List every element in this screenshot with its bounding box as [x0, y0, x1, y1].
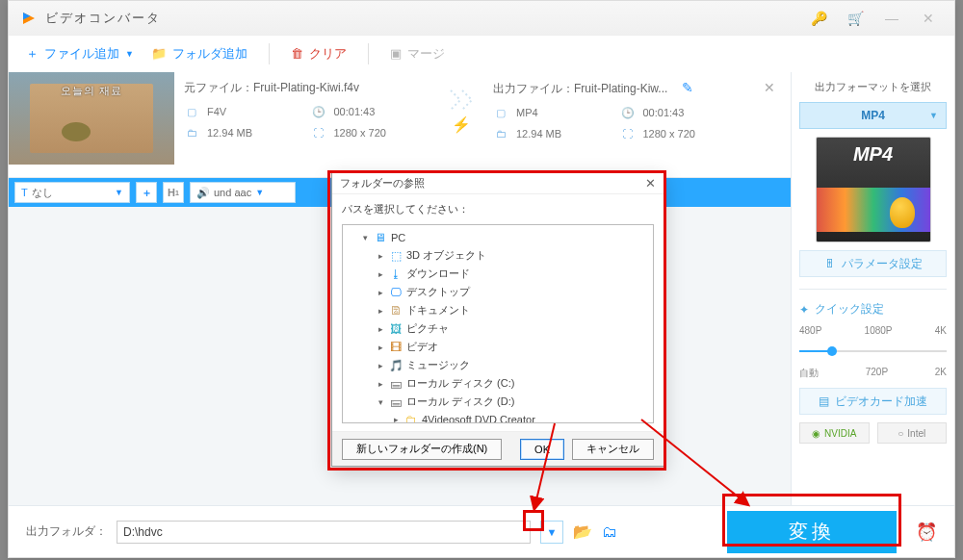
clear-button[interactable]: 🗑 クリア [291, 45, 347, 63]
titlebar: ビデオコンバータ 🔑 🛒 — ✕ [9, 1, 954, 36]
footer: 出力フォルダ： ▼ 📂 🗂 変換 ⏰ [9, 505, 954, 557]
remove-item-button[interactable]: ✕ [764, 80, 775, 95]
caret-down-icon: ▼ [929, 111, 938, 120]
sidebar-title: 出力フォーマットを選択 [799, 80, 947, 94]
app-window: ビデオコンバータ 🔑 🛒 — ✕ ＋ ファイル追加 ▼ 📁 フォルダ追加 🗑 ク… [8, 0, 955, 558]
folder-browse-dialog: フォルダーの参照 ✕ パスを選択してください： ▾🖥PC ▸⬚3D オブジェクト… [331, 172, 664, 467]
merge-icon: ▣ [390, 46, 402, 61]
minimize-button[interactable]: — [877, 7, 906, 30]
gear-icon: ✦ [799, 303, 809, 317]
resolution-slider[interactable] [799, 344, 947, 359]
source-size: 12.94 MB [207, 127, 303, 139]
caret-down-icon: ▼ [125, 49, 134, 59]
output-size: 12.94 MB [516, 128, 612, 140]
audio-icon: 🔊 [196, 187, 210, 199]
size-icon: 🗀 [184, 125, 199, 140]
divider [368, 43, 369, 64]
output-format-value: MP4 [861, 109, 885, 122]
source-file-label: 元ファイル：Fruit-Plating-Kiwi.f4v [184, 80, 429, 96]
trash-icon: 🗑 [291, 46, 303, 61]
add-file-button[interactable]: ＋ ファイル追加 ▼ [26, 45, 134, 63]
output-folder-label: 出力フォルダ： [26, 523, 107, 540]
gpu-intel: ○ Intel [877, 422, 948, 444]
sliders-icon: 🎚 [824, 257, 836, 270]
plus-icon: ＋ [26, 45, 39, 63]
caret-down-icon: ▼ [115, 188, 123, 197]
output-resolution: 1280 x 720 [643, 128, 740, 140]
audio-track-select[interactable]: 🔊 und aac ▼ [190, 182, 296, 203]
new-folder-button[interactable]: 新しいフォルダーの作成(N) [342, 439, 502, 460]
open-in-explorer-button[interactable]: 🗂 [602, 523, 617, 541]
source-format: F4V [207, 106, 303, 117]
output-format: MP4 [516, 107, 612, 118]
tree-item-disk-c[interactable]: ▸🖴ローカル ディスク (C:) [376, 374, 651, 393]
conversion-arrow: ⚡ [449, 80, 474, 141]
tree-item-subfolder[interactable]: ▸🗀4Videosoft DVD Creator [391, 411, 651, 423]
folder-icon: 📁 [151, 46, 167, 61]
close-button[interactable]: ✕ [914, 7, 943, 30]
source-resolution: 1280 x 720 [334, 127, 430, 139]
output-file-label: 出力ファイル：Fruit-Plating-Kiw... ✎ [493, 80, 739, 97]
tree-item-pictures[interactable]: ▸🖼ピクチャ [376, 319, 651, 338]
folder-tree[interactable]: ▾🖥PC ▸⬚3D オブジェクト ▸⭳ダウンロード ▸🖵デスクトップ ▸🖺ドキュ… [342, 224, 654, 423]
tree-item-desktop[interactable]: ▸🖵デスクトップ [376, 283, 651, 301]
merge-label: マージ [407, 45, 445, 63]
cancel-button[interactable]: キャンセル [572, 439, 654, 460]
output-duration: 00:01:43 [643, 107, 740, 118]
format-icon: ▢ [184, 104, 199, 119]
source-duration: 00:01:43 [334, 106, 430, 117]
preview-label: MP4 [817, 143, 930, 165]
clock-icon: 🕒 [620, 105, 636, 120]
tree-item-downloads[interactable]: ▸⭳ダウンロード [376, 265, 651, 283]
key-icon[interactable]: 🔑 [804, 7, 833, 30]
subtitle-settings-button[interactable]: H1 [163, 182, 184, 203]
clock-icon: 🕒 [311, 104, 326, 119]
format-preview: MP4 [799, 137, 947, 242]
add-subtitle-button[interactable]: ＋ [136, 182, 157, 203]
tree-item-music[interactable]: ▸🎵ミュージック [376, 356, 651, 374]
video-thumbnail[interactable]: 오늘의 재료 [9, 72, 174, 165]
lightning-icon[interactable]: ⚡ [452, 115, 471, 134]
tree-item-videos[interactable]: ▸🎞ビデオ [376, 338, 651, 356]
caret-down-icon: ▼ [255, 188, 264, 197]
gpu-accel-button[interactable]: ▤ ビデオカード加速 [799, 388, 947, 415]
quick-settings-label: ✦ クイック設定 [799, 301, 947, 318]
alarm-button[interactable]: ⏰ [916, 522, 937, 543]
toolbar: ＋ ファイル追加 ▼ 📁 フォルダ追加 🗑 クリア ▣ マージ [9, 36, 954, 72]
tree-item-pc[interactable]: ▾🖥PC [360, 229, 651, 246]
divider [269, 43, 270, 64]
add-folder-label: フォルダ追加 [172, 45, 247, 63]
format-icon: ▢ [493, 105, 508, 120]
subtitle-value: なし [28, 186, 115, 200]
video-item[interactable]: 오늘의 재료 元ファイル：Fruit-Plating-Kiwi.f4v ▢F4V… [9, 72, 791, 178]
res-icon: ⛶ [311, 125, 326, 140]
tree-item-disk-d[interactable]: ▾🖴ローカル ディスク (D:) [376, 393, 651, 411]
dialog-close-button[interactable]: ✕ [645, 176, 656, 191]
chip-icon: ▤ [819, 395, 829, 408]
gpu-nvidia: ◉ NVIDIA [799, 422, 870, 444]
cart-icon[interactable]: 🛒 [841, 7, 870, 30]
ok-button[interactable]: OK [520, 439, 564, 460]
audio-value: und aac [214, 187, 251, 198]
resolution-marks: 480P1080P4K [799, 325, 947, 336]
thumbnail-caption: 오늘의 재료 [9, 84, 174, 98]
tree-item-3d[interactable]: ▸⬚3D オブジェクト [376, 246, 651, 265]
dialog-prompt: パスを選択してください： [332, 194, 664, 224]
add-folder-button[interactable]: 📁 フォルダ追加 [151, 45, 247, 63]
app-logo [20, 10, 38, 27]
output-format-select[interactable]: MP4 ▼ [799, 102, 947, 129]
output-folder-input[interactable] [117, 521, 531, 544]
edit-name-button[interactable]: ✎ [682, 80, 693, 95]
parameter-settings-button[interactable]: 🎚 パラメータ設定 [799, 250, 947, 277]
merge-button[interactable]: ▣ マージ [390, 45, 445, 63]
tree-item-documents[interactable]: ▸🖺ドキュメント [376, 301, 651, 319]
subtitle-select[interactable]: T なし ▼ [14, 182, 130, 203]
output-folder-browse-button[interactable]: ▼ [540, 521, 563, 544]
open-folder-button[interactable]: 📂 [573, 522, 592, 541]
resolution-marks-2: 自動720P2K [799, 367, 947, 380]
convert-button[interactable]: 変換 [727, 511, 897, 553]
add-file-label: ファイル追加 [44, 45, 119, 63]
dialog-title: フォルダーの参照 [340, 176, 425, 191]
app-title: ビデオコンバータ [45, 10, 161, 27]
res-icon: ⛶ [620, 126, 636, 141]
